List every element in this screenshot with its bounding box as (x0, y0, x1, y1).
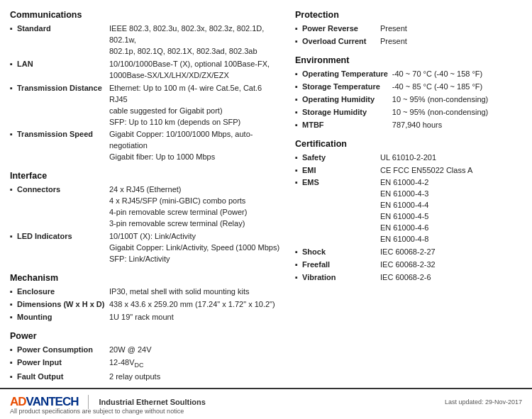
spec-label: Standard (17, 23, 109, 58)
spec-label: Transmission Distance (17, 82, 109, 129)
table-row: ▪ Operating Temperature -40 ~ 70 °C (-40… (295, 68, 522, 81)
section-title-communications: Communications (10, 10, 281, 20)
bullet: ▪ (10, 357, 17, 371)
logo-vantech-text: VANTECH (26, 395, 79, 409)
spec-value: 1U 19" rack mount (109, 311, 281, 324)
spec-value: 24 x RJ45 (Ethernet) 4 x RJ45/SFP (mini-… (109, 184, 281, 230)
table-row: ▪ Power Input 12-48VDC (10, 357, 281, 371)
bullet: ▪ (295, 81, 302, 94)
spec-label-storage-temp: Storage Temperature (302, 81, 392, 94)
footer-bottom: All product specifications are subject t… (0, 415, 532, 419)
spec-label: LAN (17, 58, 109, 82)
footer-disclaimer: All product specifications are subject t… (10, 408, 184, 415)
spec-value: 10 ~ 95% (non-condensing) (392, 106, 522, 119)
table-row: ▪ Connectors 24 x RJ45 (Ethernet) 4 x RJ… (10, 184, 281, 230)
spec-value: IP30, metal shell with solid mounting ki… (109, 286, 281, 298)
bullet: ▪ (295, 119, 302, 132)
spec-value: Ethernet: Up to 100 m (4- wire Cat.5e, C… (109, 82, 281, 129)
bullet: ▪ (10, 58, 17, 82)
section-title-protection: Protection (295, 10, 522, 20)
environment-table: ▪ Operating Temperature -40 ~ 70 °C (-40… (295, 68, 522, 132)
footer-tagline: Industrial Ethernet Soultions (99, 398, 444, 406)
spec-label: Enclosure (17, 286, 109, 298)
certification-table: ▪ Safety UL 61010-2-201 ▪ EMI CE FCC EN5… (295, 152, 522, 284)
spec-value: 10 ~ 95% (non-condensing) (392, 94, 522, 106)
spec-value: CE FCC EN55022 Class A (380, 164, 522, 177)
spec-label-power-consumption: Power Consumption (17, 344, 109, 357)
mechanism-table: ▪ Enclosure IP30, metal shell with solid… (10, 286, 281, 324)
table-row: ▪ Transmission Speed Gigabit Copper: 10/… (10, 128, 281, 164)
bullet: ▪ (10, 23, 17, 58)
table-row: ▪ Storage Humidity 10 ~ 95% (non-condens… (295, 106, 522, 119)
table-row: ▪ LED Indicators 10/100T (X): Link/Activ… (10, 230, 281, 266)
spec-value: 787,940 hours (392, 119, 522, 132)
spec-value: 10/100/1000Base-T (X), optional 100Base-… (109, 58, 281, 82)
bullet: ▪ (10, 311, 17, 324)
spec-label: Transmission Speed (17, 128, 109, 164)
bullet: ▪ (295, 164, 302, 177)
section-title-mechanism: Mechanism (10, 273, 281, 283)
spec-label-operating-temp: Operating Temperature (302, 68, 392, 81)
interface-table: ▪ Connectors 24 x RJ45 (Ethernet) 4 x RJ… (10, 184, 281, 266)
section-title-certification: Certification (295, 139, 522, 149)
spec-label: Dimensions (W x H x D) (17, 298, 109, 311)
spec-value: 10/100T (X): Link/Activity Gigabit Coppe… (109, 230, 281, 266)
table-row: ▪ Storage Temperature -40 ~ 85 °C (-40 ~… (295, 81, 522, 94)
spec-value-power-input: 12-48VDC (109, 357, 281, 371)
footer-date: Last updated: 29-Nov-2017 (445, 398, 522, 406)
spec-value: IEEE 802.3, 802.3u, 802.3x, 802.3z, 802.… (109, 23, 281, 58)
bullet: ▪ (295, 106, 302, 119)
spec-label: Overload Current (302, 35, 380, 48)
bullet: ▪ (295, 259, 302, 272)
protection-table: ▪ Power Reverse Present ▪ Overload Curre… (295, 23, 522, 48)
spec-label-shock: Shock (302, 246, 380, 259)
spec-value: Present (380, 23, 522, 35)
table-row: ▪ Dimensions (W x H x D) 438 x 43.6 x 25… (10, 298, 281, 311)
spec-label-storage-humidity: Storage Humidity (302, 106, 392, 119)
bullet: ▪ (295, 35, 302, 48)
spec-value: Present (380, 35, 522, 48)
spec-value: IEC 60068-2-27 (380, 246, 522, 259)
bullet: ▪ (10, 298, 17, 311)
table-row: ▪ Safety UL 61010-2-201 (295, 152, 522, 164)
table-row: ▪ Shock IEC 60068-2-27 (295, 246, 522, 259)
spec-value: Gigabit Copper: 10/100/1000 Mbps, auto-n… (109, 128, 281, 164)
spec-label-emi: EMI (302, 164, 380, 177)
spec-label-freefall: Freefall (302, 259, 380, 272)
bullet: ▪ (10, 230, 17, 266)
spec-label-mtbf: MTBF (302, 119, 392, 132)
table-row: ▪ Mounting 1U 19" rack mount (10, 311, 281, 324)
table-row: ▪ LAN 10/100/1000Base-T (X), optional 10… (10, 58, 281, 82)
spec-label-safety: Safety (302, 152, 380, 164)
right-column: Protection ▪ Power Reverse Present ▪ Ove… (295, 10, 522, 385)
spec-label: Power Reverse (302, 23, 380, 35)
table-row: ▪ Freefall IEC 60068-2-32 (295, 259, 522, 272)
bullet: ▪ (295, 272, 302, 284)
bullet: ▪ (10, 344, 17, 357)
spec-value: UL 61010-2-201 (380, 152, 522, 164)
bullet: ▪ (10, 184, 17, 230)
spec-value: -40 ~ 85 °C (-40 ~ 185 °F) (392, 81, 522, 94)
table-row: ▪ Standard IEEE 802.3, 802.3u, 802.3x, 8… (10, 23, 281, 58)
table-row: ▪ MTBF 787,940 hours (295, 119, 522, 132)
left-column: Communications ▪ Standard IEEE 802.3, 80… (10, 10, 281, 385)
table-row: ▪ EMI CE FCC EN55022 Class A (295, 164, 522, 177)
bullet: ▪ (295, 68, 302, 81)
footer-container: AD VANTECH Industrial Ethernet Soultions… (0, 375, 532, 419)
spec-value-ems: EN 61000-4-2 EN 61000-4-3 EN 61000-4-4 E… (380, 177, 522, 246)
spec-value: IEC 60068-2-6 (380, 272, 522, 284)
power-input-sub: DC (134, 362, 143, 369)
spec-label-vibration: Vibration (302, 272, 380, 284)
bullet: ▪ (10, 286, 17, 298)
main-content: Communications ▪ Standard IEEE 802.3, 80… (0, 0, 532, 385)
table-row: ▪ Overload Current Present (295, 35, 522, 48)
bullet: ▪ (295, 94, 302, 106)
spec-value: 20W @ 24V (109, 344, 281, 357)
bullet: ▪ (295, 152, 302, 164)
section-title-power: Power (10, 331, 281, 341)
table-row: ▪ Vibration IEC 60068-2-6 (295, 272, 522, 284)
spec-label: Connectors (17, 184, 109, 230)
table-row: ▪ EMS EN 61000-4-2 EN 61000-4-3 EN 61000… (295, 177, 522, 246)
spec-label-operating-humidity: Operating Humidity (302, 94, 392, 106)
bullet: ▪ (10, 128, 17, 164)
